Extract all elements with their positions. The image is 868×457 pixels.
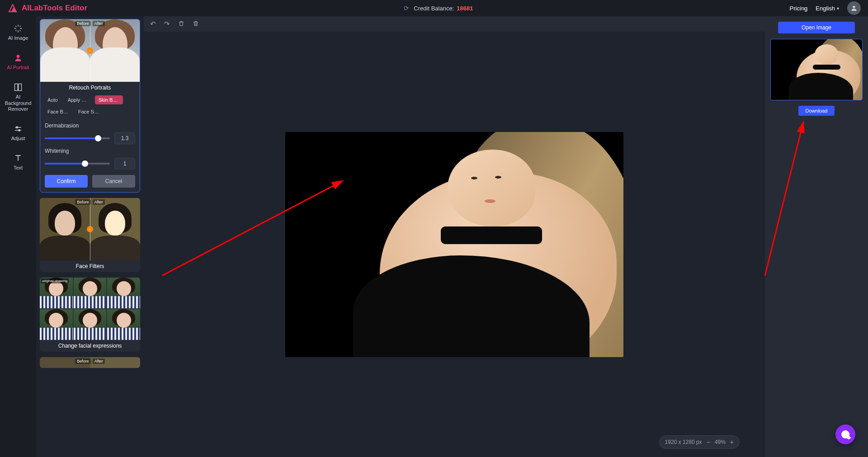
- after-tag: After: [93, 199, 105, 205]
- open-image-button[interactable]: Open Image: [778, 22, 855, 33]
- language-label: English: [816, 5, 835, 12]
- slider-whitening: Whitening 1: [40, 145, 140, 170]
- feature-face-filters[interactable]: Before After ↔ Face Filters: [40, 198, 140, 272]
- canvas-toolbar: ↶ ↷: [144, 16, 765, 32]
- credit-value: 18681: [457, 5, 473, 12]
- annotation-arrow-right: [760, 118, 815, 280]
- credit-balance: ⟳ Credit Balance: 18681: [404, 5, 473, 12]
- main-image[interactable]: [285, 132, 623, 357]
- app-title: AILabTools Editor: [22, 4, 87, 13]
- feature-next-peek[interactable]: Before After: [40, 357, 140, 368]
- tool-rail: AI Image AI Portrait AI Background Remov…: [0, 16, 36, 457]
- credit-label: Credit Balance:: [414, 5, 454, 12]
- filters-thumb: Before After ↔: [40, 198, 140, 260]
- thumb-labels: Before After: [40, 199, 140, 205]
- dermabrasion-value[interactable]: 1.3: [114, 132, 135, 144]
- sparkle-icon: [13, 24, 23, 33]
- canvas-body[interactable]: [144, 32, 765, 457]
- chat-icon: [841, 430, 849, 438]
- svg-rect-2: [15, 84, 18, 91]
- slider-label: Whitening: [45, 148, 135, 154]
- clear-all-icon[interactable]: [193, 20, 199, 28]
- feature-expressions[interactable]: original drawing Change facial expressio…: [40, 278, 140, 352]
- action-buttons: Confirm Cancel: [40, 170, 140, 192]
- bg-remove-icon: [13, 82, 23, 92]
- language-select[interactable]: English ▾: [816, 5, 839, 12]
- main-area: AI Image AI Portrait AI Background Remov…: [0, 16, 868, 457]
- redo-icon[interactable]: ↷: [164, 20, 170, 28]
- slider-label: Dermabrasion: [45, 122, 135, 129]
- svg-line-7: [765, 122, 803, 276]
- feature-panel: Before After ↔ Retouch Portraits Auto Ap…: [36, 16, 144, 457]
- rail-label: Adjust: [11, 136, 25, 141]
- sliders-icon: [13, 124, 23, 134]
- thumb-labels: Before After: [40, 358, 140, 364]
- pricing-link[interactable]: Pricing: [790, 5, 808, 12]
- tab-auto[interactable]: Auto: [44, 95, 61, 104]
- before-tag: Before: [75, 358, 91, 364]
- feature-title: Face Filters: [40, 260, 140, 272]
- retouch-thumb[interactable]: Before After ↔: [40, 19, 140, 82]
- tab-face-sli[interactable]: Face Sli…: [75, 107, 103, 116]
- person-icon: [13, 53, 23, 63]
- canvas-wrap: ↶ ↷ 1920 x 1280 px − 49% +: [144, 16, 765, 457]
- tab-skin-be[interactable]: Skin Be…: [95, 95, 123, 104]
- compare-handle-icon[interactable]: ↔: [87, 226, 93, 232]
- svg-point-4: [16, 127, 18, 128]
- svg-point-5: [19, 130, 20, 131]
- whitening-slider[interactable]: [45, 163, 110, 165]
- svg-rect-3: [19, 84, 22, 91]
- rail-ai-portrait[interactable]: AI Portrait: [1, 51, 35, 72]
- rail-label: AI Image: [8, 35, 28, 41]
- rail-label: AI Background Remover: [3, 94, 33, 112]
- text-icon: [13, 153, 23, 163]
- download-button[interactable]: Download: [798, 106, 835, 116]
- svg-point-0: [853, 6, 855, 8]
- zoom-in-icon[interactable]: +: [730, 438, 734, 446]
- feature-retouch-portraits: Before After ↔ Retouch Portraits Auto Ap…: [40, 19, 140, 193]
- user-avatar[interactable]: [847, 1, 861, 15]
- confirm-button[interactable]: Confirm: [45, 175, 88, 188]
- rail-text[interactable]: Text: [1, 151, 35, 173]
- before-tag: Before: [75, 199, 91, 205]
- whitening-value[interactable]: 1: [114, 158, 135, 170]
- right-panel: Open Image Download: [765, 16, 868, 457]
- refresh-icon[interactable]: ⟳: [404, 5, 409, 12]
- image-preview[interactable]: [770, 39, 863, 100]
- header-right: Pricing English ▾: [790, 1, 861, 15]
- canvas-status: 1920 x 1280 px − 49% +: [659, 435, 740, 449]
- feature-title: Change facial expressions: [40, 340, 140, 352]
- rail-bg-remover[interactable]: AI Background Remover: [1, 80, 35, 114]
- zoom-value: 49%: [715, 439, 726, 445]
- original-tag: original drawing: [41, 278, 69, 283]
- rail-label: AI Portrait: [7, 65, 29, 71]
- chevron-down-icon: ▾: [837, 6, 839, 11]
- dermabrasion-slider[interactable]: [45, 137, 110, 139]
- zoom-out-icon[interactable]: −: [707, 438, 710, 446]
- trash-icon[interactable]: [178, 20, 184, 28]
- tab-apply-m[interactable]: Apply M…: [64, 95, 92, 104]
- logo-icon: [7, 3, 18, 14]
- slider-thumb[interactable]: [95, 135, 101, 141]
- svg-point-1: [17, 55, 20, 58]
- cancel-button[interactable]: Cancel: [92, 175, 135, 188]
- tab-face-be[interactable]: Face Be…: [44, 107, 72, 116]
- retouch-tabs: Auto Apply M… Skin Be… Face Be… Face Sli…: [40, 94, 140, 120]
- chat-fab[interactable]: [835, 424, 855, 444]
- app-header: AILabTools Editor ⟳ Credit Balance: 1868…: [0, 0, 868, 16]
- rail-ai-image[interactable]: AI Image: [1, 22, 35, 43]
- image-dimensions: 1920 x 1280 px: [665, 439, 702, 445]
- after-tag: After: [93, 358, 105, 364]
- before-tag: Before: [75, 21, 91, 26]
- slider-thumb[interactable]: [82, 160, 88, 167]
- header-left: AILabTools Editor: [7, 3, 87, 14]
- compare-handle-icon[interactable]: ↔: [87, 47, 93, 54]
- after-tag: After: [93, 21, 105, 26]
- thumb-labels: Before After: [40, 21, 140, 26]
- undo-icon[interactable]: ↶: [150, 20, 156, 28]
- rail-adjust[interactable]: Adjust: [1, 122, 35, 143]
- slider-dermabrasion: Dermabrasion 1.3: [40, 120, 140, 145]
- expressions-thumb: original drawing: [40, 278, 140, 340]
- rail-label: Text: [14, 165, 23, 171]
- feature-title: Retouch Portraits: [40, 82, 140, 94]
